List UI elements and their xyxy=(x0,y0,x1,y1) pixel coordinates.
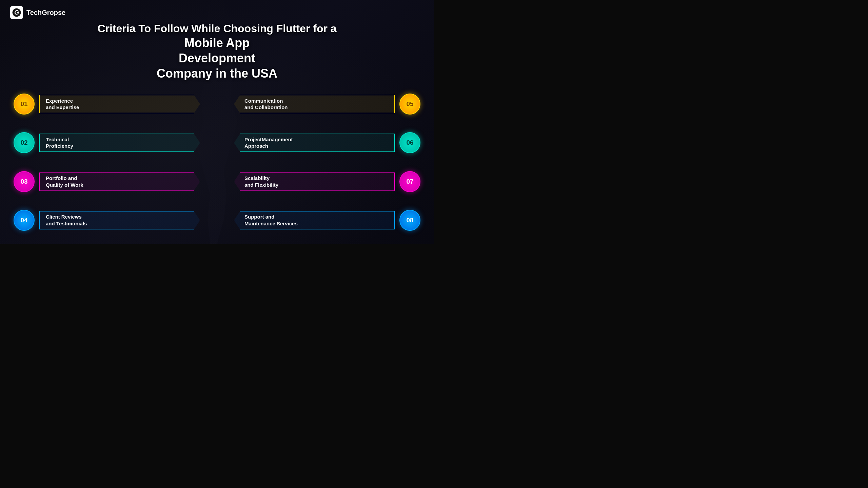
badge-number-06: 06 xyxy=(406,139,413,146)
item-06-text: ProjectManagement Approach xyxy=(244,136,293,149)
badge-04: 04 xyxy=(14,210,35,231)
item-01-text: Experience and Expertise xyxy=(46,98,79,111)
svg-text:G: G xyxy=(14,9,19,16)
item-03-text: Portfolio and Quality of Work xyxy=(46,175,83,188)
item-03: 03 Portfolio and Quality of Work xyxy=(14,165,200,199)
badge-number-05: 05 xyxy=(406,100,413,108)
badge-number-04: 04 xyxy=(20,217,27,224)
arrow-box-02: Technical Proficiency xyxy=(39,134,200,152)
badge-01: 01 xyxy=(14,94,35,115)
badge-05: 05 xyxy=(399,94,420,115)
item-01: 01 Experience and Expertise xyxy=(14,87,200,121)
arrow-box-04: Client Reviews and Testimonials xyxy=(39,211,200,229)
item-06: 06 ProjectManagement Approach xyxy=(234,126,420,160)
item-05-text: Communication and Collaboration xyxy=(244,98,288,111)
item-04: 04 Client Reviews and Testimonials xyxy=(14,203,200,237)
badge-number-02: 02 xyxy=(20,139,27,146)
arrow-box-01: Experience and Expertise xyxy=(39,95,200,113)
arrow-box-05: Communication and Collaboration xyxy=(234,95,395,113)
header: G TechGropse xyxy=(10,6,424,19)
badge-number-08: 08 xyxy=(406,217,413,224)
arrow-box-03: Portfolio and Quality of Work xyxy=(39,172,200,191)
items-grid: 01 Experience and Expertise 05 Communica… xyxy=(10,87,424,237)
badge-08: 08 xyxy=(399,210,420,231)
arrow-box-06: ProjectManagement Approach xyxy=(234,134,395,152)
badge-number-07: 07 xyxy=(406,178,413,185)
item-07: 07 Scalability and Flexibility xyxy=(234,165,420,199)
item-08-text: Support and Maintenance Services xyxy=(244,214,298,227)
badge-07: 07 xyxy=(399,171,420,192)
title-section: Criteria To Follow While Choosing Flutte… xyxy=(10,22,424,81)
item-02: 02 Technical Proficiency xyxy=(14,126,200,160)
item-08: 08 Support and Maintenance Services xyxy=(234,203,420,237)
item-05: 05 Communication and Collaboration xyxy=(234,87,420,121)
badge-02: 02 xyxy=(14,132,35,153)
badge-03: 03 xyxy=(14,171,35,192)
badge-number-03: 03 xyxy=(20,178,27,185)
badge-number-01: 01 xyxy=(20,100,27,108)
item-04-text: Client Reviews and Testimonials xyxy=(46,214,87,227)
main-title: Criteria To Follow While Choosing Flutte… xyxy=(10,22,424,81)
badge-06: 06 xyxy=(399,132,420,153)
logo-text: TechGropse xyxy=(26,9,65,17)
item-02-text: Technical Proficiency xyxy=(46,136,73,149)
arrow-box-07: Scalability and Flexibility xyxy=(234,172,395,191)
main-content: G TechGropse Criteria To Follow While Ch… xyxy=(0,0,434,244)
arrow-box-08: Support and Maintenance Services xyxy=(234,211,395,229)
item-07-text: Scalability and Flexibility xyxy=(244,175,278,188)
logo-icon: G xyxy=(10,6,23,19)
